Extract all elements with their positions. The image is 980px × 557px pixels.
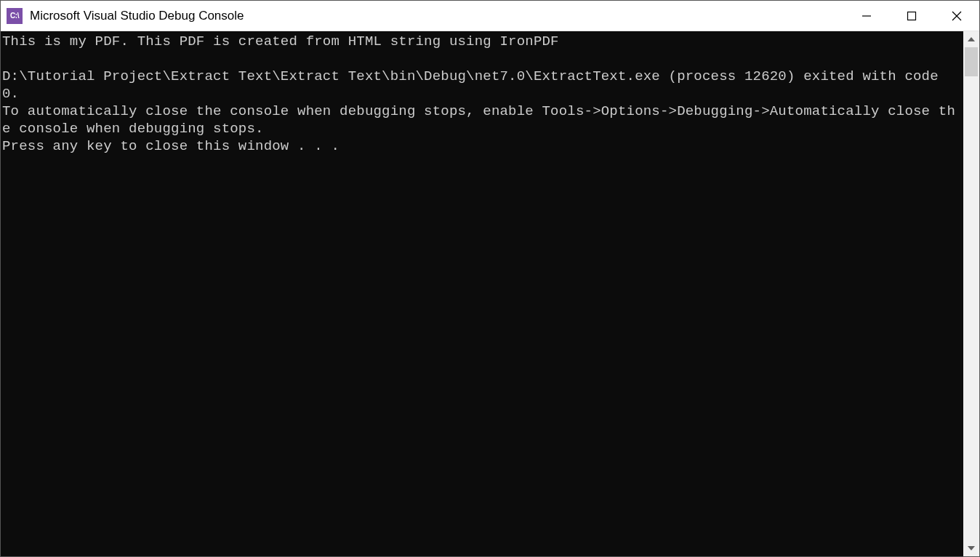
chevron-down-icon <box>968 546 975 550</box>
close-icon <box>951 10 963 22</box>
minimize-icon <box>861 11 872 21</box>
window-titlebar: C:\ Microsoft Visual Studio Debug Consol… <box>1 1 979 31</box>
chevron-up-icon <box>968 37 975 41</box>
scroll-track[interactable] <box>963 47 979 540</box>
scroll-down-button[interactable] <box>963 540 979 556</box>
content-area: This is my PDF. This PDF is created from… <box>1 31 979 556</box>
maximize-button[interactable] <box>889 1 934 31</box>
maximize-icon <box>907 11 917 21</box>
console-output[interactable]: This is my PDF. This PDF is created from… <box>1 31 963 556</box>
svg-rect-1 <box>908 12 916 20</box>
window-title: Microsoft Visual Studio Debug Console <box>30 9 244 23</box>
close-button[interactable] <box>934 1 979 31</box>
minimize-button[interactable] <box>844 1 889 31</box>
app-icon: C:\ <box>7 8 23 24</box>
window-controls <box>844 1 979 31</box>
scroll-up-button[interactable] <box>963 31 979 47</box>
scroll-thumb[interactable] <box>965 47 978 76</box>
titlebar-left: C:\ Microsoft Visual Studio Debug Consol… <box>7 8 244 24</box>
vertical-scrollbar[interactable] <box>963 31 979 556</box>
